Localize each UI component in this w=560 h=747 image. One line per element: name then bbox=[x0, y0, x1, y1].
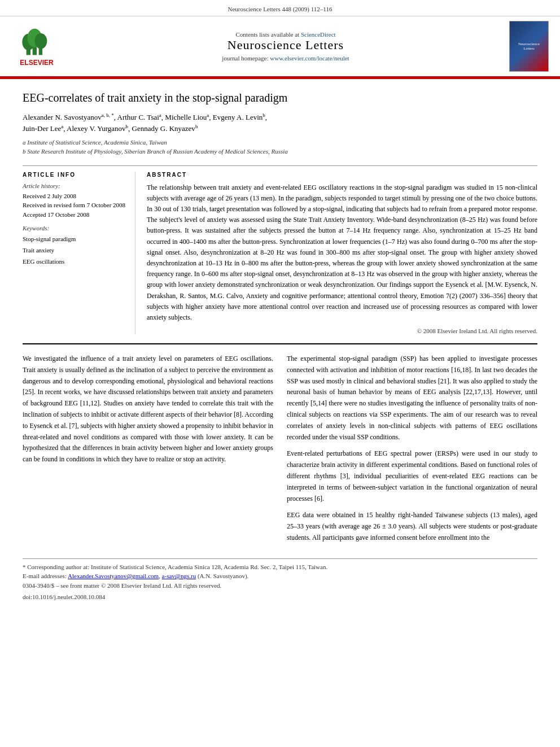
article-info-column: ARTICLE INFO Article history: Received 2… bbox=[23, 172, 135, 334]
issn-line: 0304-3940/$ – see front matter © 2008 El… bbox=[23, 581, 537, 591]
journal-top-bar: Neuroscience Letters 448 (2009) 112–116 bbox=[0, 3, 560, 16]
journal-title-center: Contents lists available at ScienceDirec… bbox=[62, 31, 509, 62]
author-savostyanov: Alexander N. Savostyanov bbox=[23, 113, 102, 121]
article-history-group: Article history: Received 2 July 2008 Re… bbox=[23, 182, 126, 220]
affiliation-a: a Institute of Statistical Science, Acad… bbox=[23, 138, 537, 147]
authors: Alexander N. Savostyanova, b, *, Arthur … bbox=[23, 112, 537, 134]
star-footnote: * Corresponding author at: Institute of … bbox=[23, 562, 537, 572]
body-right-para1: The experimental stop-signal paradigm (S… bbox=[287, 353, 537, 443]
affiliation-b: b State Research Institute of Physiology… bbox=[23, 147, 537, 156]
keywords-label: Keywords: bbox=[23, 225, 126, 231]
article-info-abstract: ARTICLE INFO Article history: Received 2… bbox=[23, 172, 537, 334]
journal-homepage: journal homepage: www.elsevier.com/locat… bbox=[62, 55, 509, 62]
body-right-para2: Event-related perturbations of EEG spect… bbox=[287, 448, 537, 504]
author-sup-7: b bbox=[195, 124, 198, 129]
doi-line: doi:10.1016/j.neulet.2008.10.084 bbox=[23, 592, 537, 602]
elsevier-logo: ELSEVIER bbox=[11, 27, 62, 67]
body-columns: We investigated the influence of a trait… bbox=[23, 353, 537, 549]
abstract-label: ABSTRACT bbox=[147, 172, 537, 178]
keywords-group: Keywords: Stop-signal paradigm Trait anx… bbox=[23, 225, 126, 267]
journal-header: Neuroscience Letters 448 (2009) 112–116 … bbox=[0, 0, 560, 77]
article-title: EEG-correlates of trait anxiety in the s… bbox=[23, 90, 537, 105]
contents-note: Contents lists available at ScienceDirec… bbox=[62, 31, 509, 38]
elsevier-tree-icon bbox=[20, 27, 54, 58]
author-juninder: Juin-Der Lee bbox=[23, 124, 61, 133]
keywords-list: Stop-signal paradigm Trait anxiety EEG o… bbox=[23, 234, 126, 267]
body-left-para1: We investigated the influence of a trait… bbox=[23, 353, 273, 465]
email-link-1[interactable]: Alexander.Savostyanov@gmail.com bbox=[68, 573, 159, 579]
history-label: Article history: bbox=[23, 182, 126, 189]
author-sup-4: b bbox=[262, 112, 265, 118]
elsevier-brand-text: ELSEVIER bbox=[20, 59, 53, 67]
affiliations: a Institute of Statistical Science, Acad… bbox=[23, 138, 537, 156]
email-footnote: E-mail addresses: Alexander.Savostyanov@… bbox=[23, 571, 537, 581]
journal-cover-image: NeuroscienceLetters bbox=[509, 21, 549, 72]
divider-line-1 bbox=[23, 165, 537, 166]
volume-info: Neuroscience Letters 448 (2009) 112–116 bbox=[228, 6, 333, 12]
abstract-column: ABSTRACT The relationship between trait … bbox=[147, 172, 537, 334]
received-date: Received 2 July 2008 Received in revised… bbox=[23, 191, 126, 220]
body-column-right: The experimental stop-signal paradigm (S… bbox=[287, 353, 537, 549]
body-divider bbox=[23, 343, 537, 344]
page-wrapper: Neuroscience Letters 448 (2009) 112–116 … bbox=[0, 0, 560, 613]
copyright-line: © 2008 Elsevier Ireland Ltd. All rights … bbox=[147, 327, 537, 334]
abstract-text: The relationship between trait anxiety a… bbox=[147, 182, 537, 323]
email-link-2[interactable]: a-sav@ngs.ru bbox=[162, 573, 196, 579]
journal-title: Neuroscience Letters bbox=[62, 38, 509, 53]
body-right-para3: EEG data were obtained in 15 healthy rig… bbox=[287, 510, 537, 543]
journal-url[interactable]: www.elsevier.com/locate/neulet bbox=[270, 55, 349, 62]
keyword-3: EEG oscillations bbox=[23, 256, 126, 268]
body-column-left: We investigated the influence of a trait… bbox=[23, 353, 273, 549]
journal-branding: ELSEVIER Contents lists available at Sci… bbox=[0, 16, 560, 76]
footnotes: * Corresponding author at: Institute of … bbox=[23, 558, 537, 602]
keyword-2: Trait anxiety bbox=[23, 245, 126, 256]
sciencedirect-link[interactable]: ScienceDirect bbox=[301, 31, 336, 38]
svg-rect-5 bbox=[39, 46, 42, 55]
article-info-label: ARTICLE INFO bbox=[23, 172, 126, 178]
author-sup-1: a, b, * bbox=[102, 112, 114, 118]
keyword-1: Stop-signal paradigm bbox=[23, 234, 126, 245]
article-content: EEG-correlates of trait anxiety in the s… bbox=[0, 79, 560, 613]
